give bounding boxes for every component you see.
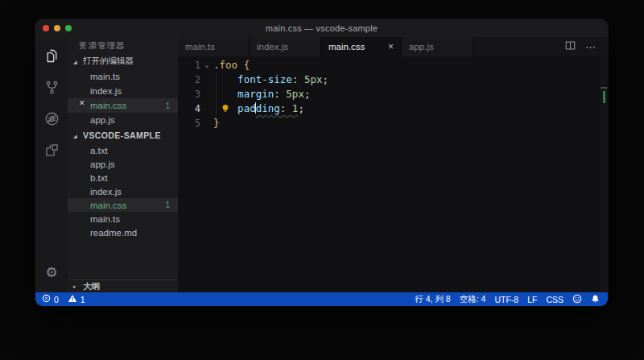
line-number[interactable]: 1 [178, 58, 200, 72]
file-label: main.css [90, 201, 126, 210]
line-number[interactable]: 4 [178, 101, 200, 116]
activity-extensions-button[interactable] [35, 136, 68, 168]
zoom-window-button[interactable] [65, 25, 72, 31]
outline-section-header[interactable]: ▸ 大纲 [68, 279, 178, 292]
activity-source-control-button[interactable] [35, 73, 68, 105]
file-label: a.txt [90, 146, 108, 155]
activity-bar: ⚙ [35, 37, 68, 292]
file-label: index.js [90, 86, 122, 96]
editor-code-area[interactable]: 1 ⌄ .foo { 2 font-size: 5px; 3 margin: 5… [178, 56, 608, 292]
tab-label: index.js [257, 42, 288, 52]
code-text: margin: 5px; [213, 87, 310, 101]
file-app-js[interactable]: app.js [68, 157, 178, 171]
overview-cursor-marker [601, 87, 607, 89]
editor-overview-ruler[interactable] [600, 56, 608, 292]
line-number[interactable]: 3 [178, 87, 200, 101]
tab-app-js[interactable]: app.js [402, 37, 473, 56]
file-main-ts[interactable]: main.ts [68, 212, 178, 226]
settings-gear-button[interactable]: ⚙ [35, 259, 68, 286]
split-editor-icon[interactable] [565, 39, 576, 54]
file-label: main.ts [90, 72, 120, 81]
code-line-5[interactable]: 5 } [178, 116, 608, 130]
title-bar[interactable]: main.css — vscode-sample [35, 19, 608, 37]
activity-debug-button[interactable] [35, 105, 68, 136]
error-count: 0 [54, 295, 59, 304]
warning-count: 1 [80, 295, 85, 304]
close-tab-icon[interactable]: × [388, 42, 394, 52]
code-line-4[interactable]: 4 padding: 1; [178, 101, 608, 116]
tab-bar: main.ts index.js main.css × app.js [178, 37, 608, 56]
file-label: main.css [90, 101, 126, 110]
line-number[interactable]: 2 [178, 72, 200, 87]
open-editors-label: 打开的编辑器 [83, 56, 134, 67]
file-a-txt[interactable]: a.txt [68, 143, 178, 157]
smiley-icon [572, 294, 582, 305]
file-label: index.js [90, 187, 122, 197]
status-right: 行 4, 列 8 空格: 4 UTF-8 LF CSS [415, 294, 600, 305]
folder-name-label: VSCODE-SAMPLE [83, 130, 161, 140]
workbench-body: ⚙ 资源管理器 ◢ 打开的编辑器 main.ts index.js ✕ main… [35, 37, 608, 292]
vscode-window: main.css — vscode-sample [35, 19, 608, 306]
file-label: readme.md [90, 228, 137, 238]
tab-main-ts[interactable]: main.ts [178, 37, 250, 56]
warning-triangle-icon [68, 294, 77, 304]
window-controls [43, 19, 72, 37]
tab-index-js[interactable]: index.js [250, 37, 321, 56]
error-circle-icon [42, 294, 51, 304]
outline-label: 大纲 [83, 281, 100, 292]
activity-explorer-button[interactable] [35, 42, 68, 73]
minimize-window-button[interactable] [54, 25, 60, 31]
bell-icon [591, 294, 600, 305]
file-index-js[interactable]: index.js [68, 184, 178, 198]
file-readme-md[interactable]: readme.md [68, 226, 178, 239]
file-label: app.js [90, 115, 115, 125]
more-actions-icon[interactable]: ⋯ [585, 41, 597, 53]
code-text: .foo { [213, 58, 250, 72]
status-bar: 0 1 行 4, 列 8 空格: 4 UTF-8 LF CSS [35, 292, 608, 306]
tab-main-css[interactable]: main.css × [321, 37, 402, 56]
files-icon [43, 48, 60, 68]
gear-icon: ⚙ [45, 264, 57, 280]
eol-button[interactable]: LF [527, 295, 537, 304]
feedback-smiley-button[interactable] [572, 294, 582, 305]
language-mode-button[interactable]: CSS [546, 295, 564, 304]
editor-pane: main.ts index.js main.css × app.js [178, 37, 608, 292]
code-line-1[interactable]: 1 ⌄ .foo { [178, 58, 608, 72]
overview-modified-marker [603, 91, 605, 103]
editor-actions: ⋯ [565, 37, 608, 56]
open-editor-index-js[interactable]: index.js [68, 84, 178, 98]
problems-badge: 1 [165, 101, 170, 110]
close-window-button[interactable] [43, 25, 49, 31]
chevron-expanded-icon: ◢ [73, 59, 80, 64]
tab-label: main.css [328, 42, 365, 52]
cursor-position-button[interactable]: 行 4, 列 8 [415, 294, 450, 305]
code-line-3[interactable]: 3 margin: 5px; [178, 87, 608, 101]
open-editor-main-ts[interactable]: main.ts [68, 69, 178, 84]
screen-background: main.css — vscode-sample [0, 0, 644, 360]
status-left: 0 1 [42, 294, 85, 304]
open-editor-app-js[interactable]: app.js [68, 113, 178, 127]
notifications-bell-button[interactable] [591, 294, 600, 305]
chevron-expanded-icon: ◢ [73, 133, 80, 139]
sidebar-spacer [68, 239, 178, 279]
extensions-icon [43, 142, 60, 162]
debug-disabled-icon [43, 110, 60, 130]
window-title: main.css — vscode-sample [266, 23, 378, 33]
sidebar-explorer: 资源管理器 ◢ 打开的编辑器 main.ts index.js ✕ main.c… [68, 37, 178, 292]
fold-chevron-icon[interactable]: ⌄ [200, 58, 213, 72]
indentation-button[interactable]: 空格: 4 [460, 294, 486, 305]
folder-section-header[interactable]: ◢ VSCODE-SAMPLE [68, 127, 178, 143]
chevron-collapsed-icon: ▸ [73, 283, 80, 290]
tab-label: main.ts [185, 42, 215, 52]
close-editor-icon[interactable]: ✕ [79, 99, 85, 107]
file-b-txt[interactable]: b.txt [68, 171, 178, 184]
problems-button[interactable]: 0 1 [42, 294, 85, 304]
open-editor-main-css[interactable]: ✕ main.css 1 [68, 98, 178, 113]
file-main-css[interactable]: main.css 1 [68, 198, 178, 212]
line-number[interactable]: 5 [178, 116, 200, 130]
git-fork-icon [43, 79, 60, 99]
code-line-2[interactable]: 2 font-size: 5px; [178, 72, 608, 87]
encoding-button[interactable]: UTF-8 [494, 295, 518, 304]
open-editors-header[interactable]: ◢ 打开的编辑器 [68, 53, 178, 69]
file-label: app.js [90, 159, 115, 169]
